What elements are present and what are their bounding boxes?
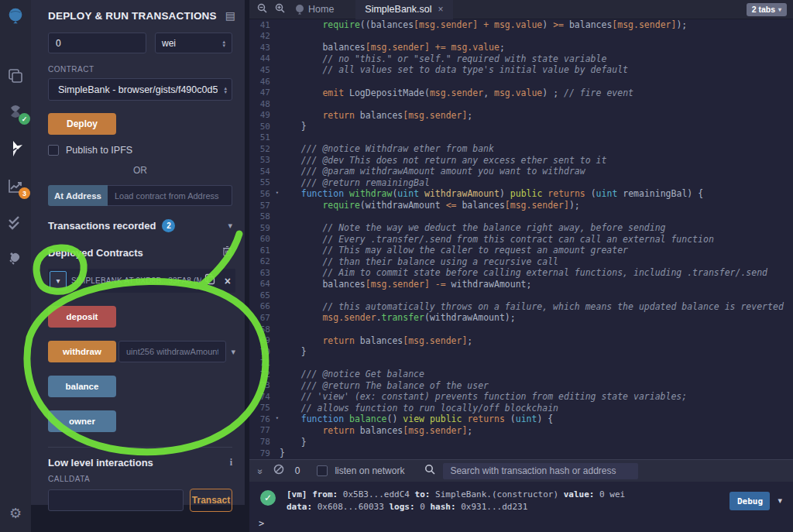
close-icon[interactable]: × xyxy=(225,275,231,287)
code-line[interactable]: 68 xyxy=(249,324,793,335)
code-line[interactable]: 63 // Aim to commit state before calling… xyxy=(249,267,793,279)
function-row: balance xyxy=(48,376,235,397)
code-line[interactable]: 79} xyxy=(249,448,793,459)
settings-gear-icon[interactable]: ⚙ xyxy=(6,504,25,523)
tab-simplebank[interactable]: SimpleBank.sol × xyxy=(355,0,452,19)
code-editor[interactable]: 41 require((balances[msg.sender] + msg.v… xyxy=(249,19,793,459)
publish-ipfs-checkbox[interactable] xyxy=(48,145,59,156)
code-line[interactable]: 75 // allows function to run locally/off… xyxy=(249,403,793,414)
line-number: 68 xyxy=(249,324,277,335)
code-line[interactable]: 78 } xyxy=(249,436,793,448)
clear-console-icon[interactable] xyxy=(273,464,284,478)
unit-testing-icon[interactable] xyxy=(6,214,25,232)
tab-home[interactable]: Home xyxy=(294,4,334,15)
code-line[interactable]: 71 xyxy=(249,357,793,369)
collapse-terminal-icon[interactable]: » xyxy=(255,469,266,473)
code-line[interactable]: 60 // Every .transfer/.send from this co… xyxy=(249,233,793,245)
withdraw-args-input[interactable] xyxy=(118,341,226,362)
listen-network-checkbox[interactable] xyxy=(317,465,328,476)
debug-button[interactable]: Debug xyxy=(729,492,770,510)
documentation-icon[interactable]: ▤ xyxy=(225,9,235,22)
chevron-down-icon[interactable]: ▾ xyxy=(778,496,782,506)
unit-select-value: wei xyxy=(162,38,176,49)
line-number: 44 xyxy=(249,53,277,63)
code-line[interactable]: 73 /// @return The balance of the user xyxy=(249,380,793,392)
code-line[interactable]: 50 } xyxy=(249,121,793,132)
code-line[interactable]: 64 balances[msg.sender] -= withdrawAmoun… xyxy=(249,279,793,290)
chevron-down-icon[interactable]: ▾ xyxy=(231,347,235,357)
deploy-button[interactable]: Deploy xyxy=(48,113,116,135)
code-line[interactable]: 61 // This may allow the caller to reque… xyxy=(249,245,793,256)
code-line[interactable]: 69 return balances[msg.sender]; xyxy=(249,335,793,346)
plugin-manager-icon[interactable] xyxy=(6,249,25,268)
editor-tabbar: Home SimpleBank.sol × 2 tabs ▾ xyxy=(249,0,793,19)
code-line[interactable]: 65 xyxy=(249,290,793,301)
chevron-down-icon[interactable]: ▾ xyxy=(228,221,232,231)
code-line[interactable]: 54 /// @param withdrawAmount amount you … xyxy=(249,166,793,177)
code-line[interactable]: 43 balances[msg.sender] += msg.value; xyxy=(249,42,793,53)
close-icon[interactable]: × xyxy=(438,4,444,15)
deploy-run-icon[interactable] xyxy=(6,139,25,158)
code-line[interactable]: 44 // no "this." or "self." required wit… xyxy=(249,53,793,65)
line-number: 71 xyxy=(249,358,277,368)
code-line[interactable]: 72 /// @notice Get balance xyxy=(249,369,793,380)
code-line[interactable]: 74 // 'view' (ex: constant) prevents fun… xyxy=(249,391,793,403)
code-line[interactable]: 48 xyxy=(249,98,793,110)
code-line[interactable]: 58 xyxy=(249,211,793,222)
at-address-button[interactable]: At Address xyxy=(48,185,108,206)
transaction-log-entry[interactable]: ✓ [vm] from: 0x5B3...eddC4 to: SimpleBan… xyxy=(249,482,793,513)
info-icon[interactable]: i xyxy=(230,457,232,469)
fold-icon[interactable]: ▾ xyxy=(276,415,279,421)
line-number: 42 xyxy=(249,31,277,41)
contract-select[interactable]: SimpleBank - browser/gists/f490c0d5 ▴▾ xyxy=(48,78,232,101)
code-line[interactable]: 41 require((balances[msg.sender] + msg.v… xyxy=(249,19,793,31)
code-line[interactable]: 53 /// @dev This does not return any exc… xyxy=(249,155,793,166)
fold-icon[interactable]: ▾ xyxy=(276,190,279,196)
function-row: withdraw▾ xyxy=(48,341,235,362)
code-line[interactable]: 51 xyxy=(249,132,793,143)
code-line[interactable]: 42 xyxy=(249,31,793,43)
calldata-input[interactable] xyxy=(48,489,184,511)
code-line[interactable]: 56▾ function withdraw(uint withdrawAmoun… xyxy=(249,188,793,200)
code-line[interactable]: 70 } xyxy=(249,346,793,358)
copy-icon[interactable] xyxy=(204,273,215,288)
code-line[interactable]: 52 /// @notice Withdraw ether from bank xyxy=(249,143,793,155)
withdraw-function-button[interactable]: withdraw xyxy=(48,341,116,362)
code-line[interactable]: 47 emit LogDepositMade(msg.sender, msg.v… xyxy=(249,87,793,98)
code-line[interactable]: 49 return balances[msg.sender]; xyxy=(249,109,793,121)
deployed-contract-item: ▾ SIMPLEBANK AT 0XD8B...33FA8 (MEMO × xyxy=(48,269,235,293)
solidity-compiler-icon[interactable]: ✓ xyxy=(6,102,25,121)
code-line[interactable]: 62 // than their balance using a recursi… xyxy=(249,256,793,267)
terminal-search-input[interactable] xyxy=(443,463,638,479)
code-line[interactable]: 77 return balances[msg.sender]; xyxy=(249,425,793,437)
file-explorer-icon[interactable] xyxy=(6,67,25,85)
terminal-prompt[interactable]: > xyxy=(259,518,793,529)
value-input[interactable] xyxy=(48,33,146,53)
transact-button[interactable]: Transact xyxy=(190,489,232,512)
at-address-input[interactable] xyxy=(108,185,232,206)
tab-file-label: SimpleBank.sol xyxy=(365,4,431,15)
code-line[interactable]: 66 // this automatically throws on a fai… xyxy=(249,301,793,313)
balance-function-button[interactable]: balance xyxy=(48,376,116,397)
zoom-in-icon[interactable] xyxy=(275,2,285,16)
line-number: 46 xyxy=(249,77,277,87)
analytics-icon[interactable]: 3 xyxy=(6,177,25,195)
tabs-count-badge[interactable]: 2 tabs ▾ xyxy=(747,3,787,16)
owner-function-button[interactable]: owner xyxy=(48,410,116,432)
code-line[interactable]: 55 /// @return remainingBal xyxy=(249,177,793,189)
remix-logo-icon[interactable] xyxy=(6,6,25,25)
deposit-function-button[interactable]: deposit xyxy=(48,306,116,328)
listen-network-label: listen on network xyxy=(335,465,404,476)
code-line[interactable]: 59 // Note the way we deduct the balance… xyxy=(249,222,793,234)
trash-icon[interactable] xyxy=(222,245,232,259)
contract-expand-button[interactable]: ▾ xyxy=(50,271,67,290)
code-line[interactable]: 76▾ function balance() view public retur… xyxy=(249,414,793,425)
line-number: 70 xyxy=(249,347,277,357)
line-number: 56▾ xyxy=(249,189,277,199)
unit-select[interactable]: wei ▴▾ xyxy=(155,33,232,53)
code-line[interactable]: 57 require(withdrawAmount <= balances[ms… xyxy=(249,200,793,211)
code-line[interactable]: 67 msg.sender.transfer(withdrawAmount); xyxy=(249,312,793,324)
code-line[interactable]: 46 xyxy=(249,76,793,88)
zoom-out-icon[interactable] xyxy=(257,2,267,16)
code-line[interactable]: 45 // all values set to data type's init… xyxy=(249,64,793,76)
